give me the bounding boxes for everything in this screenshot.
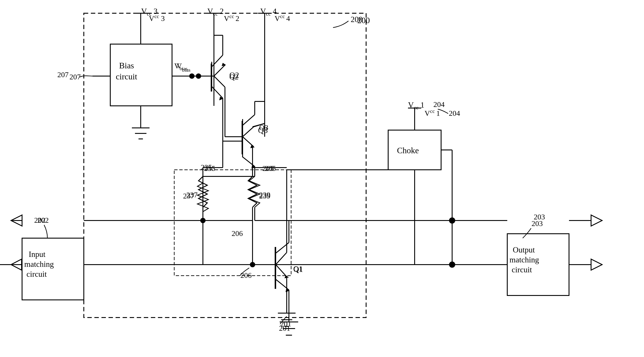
output-box [507, 234, 569, 296]
circuit-svg: 200 Bias circuit Choke Input matching ci… [0, 0, 644, 357]
vcc3-num: 3 [161, 14, 165, 22]
label-237-text: 237 [183, 192, 194, 200]
q3-coll-d2 [242, 115, 255, 126]
label-207-text: 207 [57, 70, 68, 79]
q3-emit-diag [242, 137, 254, 147]
choke-label: Choke [397, 146, 419, 155]
circuit-diagram: 200 Bias circuit Choke Input matching ci… [0, 0, 644, 357]
q2-emit-d [211, 86, 223, 98]
q2-text: Q2 [229, 70, 239, 80]
vcc2-cc: cc [229, 14, 234, 19]
label-206-text: 206 [232, 229, 243, 238]
label-204: 204 [449, 109, 460, 117]
output-label1: Output [513, 246, 535, 254]
label-202-text: 202 [34, 216, 46, 224]
label-204-text: 204 [434, 100, 444, 109]
vcc2-num: 2 [236, 14, 239, 22]
vcc1-cc: cc [430, 108, 435, 114]
q1-text: Q1 [293, 264, 303, 274]
q1-coll-diag [276, 252, 287, 264]
inner-dashed-box [174, 170, 291, 276]
vcc4-num: 4 [286, 14, 290, 22]
output-arrow [591, 259, 602, 270]
label-200-text: 200 [357, 16, 370, 25]
vcc2-label: Vcc 2 [207, 6, 224, 17]
output-label2: matching [510, 255, 539, 264]
q2-emit-diag [214, 65, 225, 76]
label-205-text: 205 [262, 164, 274, 173]
main-dashed-box [84, 13, 366, 318]
vbias-text: Vbias [174, 62, 188, 72]
bias-label2: circuit [116, 72, 138, 81]
vcc4-cc: cc [280, 14, 285, 19]
curve-202 [44, 225, 48, 238]
input-box [22, 238, 84, 300]
q1-emit-diag [276, 264, 287, 277]
vcc4-label: Vcc 4 [260, 6, 276, 17]
curve-200 [333, 21, 348, 28]
input-label3: circuit [26, 270, 47, 278]
q2-coll-diag [214, 76, 225, 87]
q3-coll-diag [242, 127, 254, 137]
q3-text: Q3 [258, 126, 268, 135]
vcc1-label: Vcc 1 [408, 100, 424, 111]
bias-label1: Bias [119, 61, 134, 70]
vbias-node [189, 74, 194, 79]
r239-zig [249, 176, 260, 207]
vcc3-label: Vcc 3 [141, 6, 158, 17]
label-203-text: 203 [534, 213, 545, 221]
vcc2-v: V [224, 14, 229, 22]
label-235-text: 235 [201, 163, 212, 172]
label-201-text: 201 [279, 324, 290, 332]
curve-207 [80, 76, 93, 77]
vcc1-v: V [424, 109, 430, 117]
vcc1-num: 1 [436, 109, 440, 117]
curve-203 [523, 228, 531, 238]
q2-coll-d [211, 55, 223, 67]
label-239-text: 239 [259, 192, 270, 200]
output-label3: circuit [512, 265, 532, 274]
out-arrow2 [591, 215, 602, 226]
label-206: 206 [240, 271, 252, 280]
label-207: 207 [70, 73, 81, 81]
input-label1: Input [29, 250, 46, 259]
input-label2: matching [24, 260, 54, 268]
